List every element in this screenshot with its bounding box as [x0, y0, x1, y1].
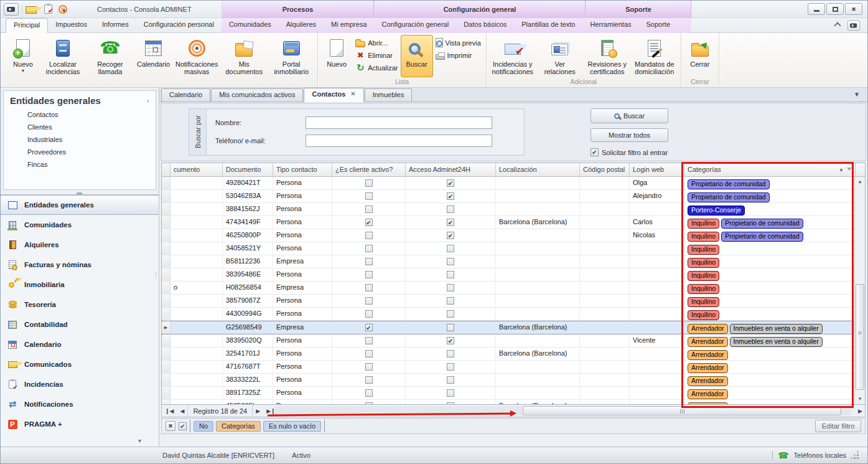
row-selector[interactable]	[162, 374, 170, 386]
checkbox[interactable]	[365, 324, 373, 331]
checkbox[interactable]	[447, 206, 454, 213]
column-filter-icon[interactable]	[847, 168, 852, 173]
checkbox[interactable]	[365, 192, 373, 200]
vertical-scroll-thumb[interactable]	[856, 284, 864, 390]
checkbox[interactable]	[447, 258, 454, 265]
filter-chip-categorias[interactable]: Categorías	[216, 421, 261, 432]
row-selector[interactable]	[162, 177, 170, 189]
explorer-item-proveedores[interactable]: Proveedores	[4, 146, 156, 158]
table-row[interactable]: 38579087ZPersonaInquilino	[162, 295, 865, 308]
tab-contactos[interactable]: Contactos✕	[304, 88, 363, 102]
ribbon-button-cerrar[interactable]: Cerrar	[684, 35, 716, 77]
close-button[interactable]: ✖	[845, 3, 862, 15]
buscar-button[interactable]: Buscar	[590, 108, 668, 123]
ribbon-small-button-actualizar[interactable]: Actualizar	[355, 62, 398, 73]
row-selector[interactable]	[162, 255, 170, 268]
checkbox[interactable]	[447, 337, 454, 344]
column-header-acceso-adminet24h[interactable]: Acceso Adminet24H	[406, 163, 496, 176]
column-header-categorias[interactable]: Categorías▼	[684, 163, 856, 176]
ribbon-button-localizar-incidencias[interactable]: Localizar incidencias	[39, 35, 86, 77]
ribbon-tab-mi-empresa[interactable]: Mi empresa	[324, 18, 374, 33]
ribbon-button-nuevo[interactable]: Nuevo	[320, 35, 353, 77]
mostrar-todos-button[interactable]: Mostrar todos	[590, 128, 668, 142]
table-row[interactable]: 49280421TPersonaOlgaPropietario de comun…	[162, 177, 865, 190]
row-selector[interactable]	[162, 268, 170, 281]
checkbox[interactable]	[365, 350, 373, 357]
checkbox[interactable]	[365, 337, 373, 344]
column-dropdown-icon[interactable]: ▼	[839, 168, 844, 173]
ribbon-tab-alquileres[interactable]: Alquileres	[279, 18, 324, 33]
explorer-item-industriales[interactable]: Industriales	[4, 133, 156, 146]
row-selector[interactable]	[162, 334, 170, 347]
maximize-button[interactable]	[826, 3, 844, 15]
ribbon-small-button-eliminar[interactable]: Eliminar	[355, 50, 398, 60]
sidebar-item-contabilidad[interactable]: Contabilidad	[1, 315, 159, 334]
next-record-button[interactable]: ▶	[253, 408, 263, 414]
app-mini-icon[interactable]	[847, 21, 860, 31]
checkbox[interactable]	[447, 310, 454, 318]
solicitar-filtro-checkbox[interactable]	[590, 148, 599, 156]
column-header-login-web[interactable]: Login web	[630, 163, 684, 176]
checkbox[interactable]	[365, 284, 373, 291]
hscroll-right-icon[interactable]: ▶	[858, 408, 862, 414]
row-selector[interactable]	[162, 400, 170, 404]
ribbon-tab-plantillas-de-texto[interactable]: Plantillas de texto	[514, 18, 582, 33]
checkbox[interactable]	[447, 192, 454, 200]
telefonos-locales-button[interactable]: Teléfonos locales	[794, 452, 846, 459]
ribbon-button-recoger-llamada[interactable]: ☎Recoger llamada	[86, 35, 134, 77]
filter-enabled-checkbox[interactable]	[179, 422, 187, 430]
column-header-cumento[interactable]: cumento	[170, 163, 223, 176]
ribbon-button-ver-relaciones[interactable]: Ver relaciones	[536, 35, 584, 77]
tasks-check-icon[interactable]	[44, 4, 52, 14]
row-selector[interactable]	[162, 282, 170, 294]
table-row[interactable]: 4535665LPersonaBarcelona (Barcelona)Arre…	[162, 400, 865, 404]
broadcast-icon[interactable]	[58, 5, 67, 14]
nombre-input[interactable]	[306, 116, 492, 129]
checkbox[interactable]	[447, 245, 454, 252]
checkbox[interactable]	[365, 310, 373, 318]
ribbon-tab-configuracion-personal[interactable]: Configuración personal	[136, 18, 222, 33]
ribbon-tab-informes[interactable]: Informes	[95, 18, 136, 33]
ribbon-button-mis-documentos[interactable]: Mis documentos	[220, 35, 268, 77]
table-row[interactable]: 38395020QPersonaVicenteArrendadorInmuebl…	[162, 334, 865, 348]
scroll-up-icon[interactable]: ▲	[855, 177, 865, 187]
table-row[interactable]: oH08256854EmpresaInquilino	[162, 282, 865, 295]
table-row[interactable]: 47434149FPersonaBarcelona (Barcelona)Car…	[162, 216, 865, 229]
table-row[interactable]: 38917325ZPersonaArrendador	[162, 387, 865, 400]
checkbox[interactable]	[365, 297, 373, 305]
checkbox[interactable]	[447, 271, 454, 278]
table-row[interactable]: 47167687TPersonaArrendador	[162, 361, 865, 374]
checkbox[interactable]	[365, 245, 373, 252]
tab-mis-comunicados-activos[interactable]: Mis comunicados activos	[211, 88, 303, 102]
scroll-down-icon[interactable]: ▼	[855, 394, 865, 404]
checkbox[interactable]	[365, 363, 373, 371]
row-selector[interactable]	[162, 190, 170, 202]
sidebar-item-entidades-generales[interactable]: Entidades generales	[1, 195, 159, 215]
checkbox[interactable]	[447, 232, 454, 239]
panel-splitter[interactable]: ▬	[1, 190, 159, 194]
resize-grip[interactable]	[851, 452, 859, 459]
checkbox[interactable]	[365, 258, 373, 265]
ribbon-button-notificaciones-masivas[interactable]: Notificaciones masivas	[173, 35, 220, 77]
splitter-grip-icon[interactable]: ⋮	[153, 272, 159, 278]
ribbon-tab-datos-basicos[interactable]: Datos básicos	[456, 18, 514, 33]
sidebar-item-inmobiliaria[interactable]: Inmobiliaria	[1, 275, 159, 295]
table-row[interactable]: 34058521YPersonaInquilino	[162, 242, 865, 255]
column-header-codigo-postal[interactable]: Código postal	[580, 163, 630, 176]
ribbon-button-portal-inmobiliario[interactable]: Portal inmobiliario	[268, 35, 315, 77]
checkbox[interactable]	[365, 271, 373, 278]
ribbon-small-button-vista-previa[interactable]: Vista previa	[436, 37, 481, 48]
row-selector[interactable]	[162, 295, 170, 307]
table-row[interactable]: 38841562JPersonaPortero-Conserje	[162, 203, 865, 216]
row-selector[interactable]	[162, 242, 170, 255]
checkbox[interactable]	[447, 350, 454, 357]
telefono-e-mail-input[interactable]	[306, 135, 492, 147]
vertical-scrollbar[interactable]: ▲ ▼	[854, 177, 865, 404]
row-selector[interactable]	[162, 229, 170, 242]
first-record-button[interactable]: ❙◀	[162, 408, 177, 414]
row-selector[interactable]	[162, 348, 170, 360]
table-row[interactable]: ▶G25698549EmpresaBarcelona (Barcelona)Ar…	[162, 321, 865, 334]
ribbon-button-calendario[interactable]: Calendario	[134, 35, 173, 77]
app-icon[interactable]	[4, 3, 19, 16]
table-row[interactable]: 38395486EPersonaInquilino	[162, 268, 865, 282]
